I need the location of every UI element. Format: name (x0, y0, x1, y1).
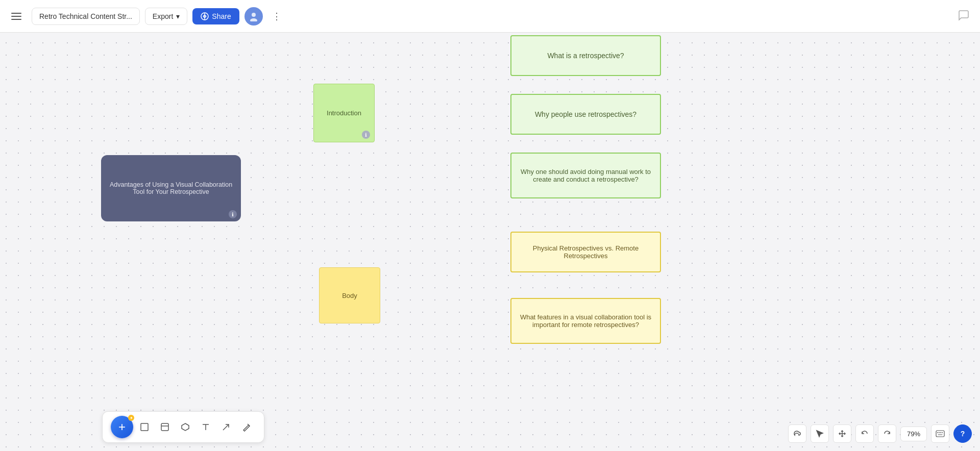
undo-button[interactable] (855, 424, 874, 443)
chevron-down-icon: ▾ (176, 12, 180, 20)
body-card[interactable]: Body (319, 267, 380, 323)
help-button[interactable]: ? (953, 424, 972, 443)
right-card-3[interactable]: Why one should avoid doing manual work t… (510, 153, 661, 198)
menu-button[interactable] (6, 6, 27, 27)
shape-tool-button[interactable] (176, 418, 194, 436)
text-tool-button[interactable] (197, 418, 215, 436)
sparkle-icon: ✦ (128, 415, 134, 421)
plus-icon: + (118, 421, 126, 433)
header: Retro Technical Content Str... Export ▾ … (0, 0, 980, 33)
avatar[interactable] (244, 7, 263, 26)
svg-rect-7 (141, 423, 148, 431)
svg-line-13 (223, 424, 229, 430)
svg-rect-1 (11, 16, 21, 17)
right-card-4[interactable]: Physical Retrospectives vs. Remote Retro… (510, 232, 661, 272)
introduction-card-text: Introduction (327, 109, 361, 117)
rectangle-tool-button[interactable] (135, 418, 154, 436)
right-card-3-text: Why one should avoid doing manual work t… (517, 168, 655, 183)
advantages-card-text: Advantages of Using a Visual Collaborati… (109, 181, 233, 195)
right-card-1[interactable]: What is a retrospective? (510, 35, 661, 76)
more-options-button[interactable]: ⋮ (268, 9, 285, 24)
right-card-2-text: Why people use retrospectives? (535, 110, 636, 118)
body-card-text: Body (342, 292, 357, 299)
svg-rect-17 (936, 431, 944, 437)
advantages-card[interactable]: Advantages of Using a Visual Collaborati… (101, 155, 241, 221)
redo-button[interactable] (878, 424, 896, 443)
doc-title-button[interactable]: Retro Technical Content Str... (32, 8, 140, 25)
introduction-card[interactable]: Introduction ℹ (313, 84, 375, 142)
svg-point-6 (250, 18, 257, 21)
right-card-2[interactable]: Why people use retrospectives? (510, 94, 661, 135)
cloud-button[interactable] (788, 424, 806, 443)
arrow-tool-button[interactable] (217, 418, 235, 436)
share-button[interactable]: Share (192, 8, 239, 24)
svg-rect-8 (161, 423, 168, 431)
card-tool-button[interactable] (156, 418, 174, 436)
right-card-4-text: Physical Retrospectives vs. Remote Retro… (511, 244, 660, 260)
add-button[interactable]: + ✦ (111, 416, 133, 438)
svg-rect-0 (11, 13, 21, 14)
canvas-area: Introduction ℹ Advantages of Using a Vis… (0, 33, 980, 451)
right-card-5[interactable]: What features in a visual collaboration … (510, 298, 661, 344)
info-icon-gray[interactable]: ℹ (229, 210, 237, 218)
export-label: Export (153, 12, 173, 20)
bottom-toolbar: + ✦ (102, 411, 264, 443)
comment-button[interactable] (953, 6, 974, 27)
info-icon[interactable]: ℹ (362, 131, 370, 139)
svg-point-5 (252, 13, 256, 17)
right-card-1-text: What is a retrospective? (547, 52, 624, 60)
pen-tool-button[interactable] (237, 418, 256, 436)
export-button[interactable]: Export ▾ (145, 8, 187, 25)
keyboard-button[interactable] (931, 424, 949, 443)
zoom-level[interactable]: 79% (900, 427, 927, 441)
right-card-5-text: What features in a visual collaboration … (517, 313, 655, 329)
share-label: Share (212, 12, 231, 20)
cursor-tool-button[interactable] (811, 424, 829, 443)
svg-rect-2 (11, 19, 21, 20)
move-tool-button[interactable] (833, 424, 851, 443)
svg-marker-10 (182, 423, 189, 431)
bottom-right-controls: 79% ? (788, 424, 972, 443)
